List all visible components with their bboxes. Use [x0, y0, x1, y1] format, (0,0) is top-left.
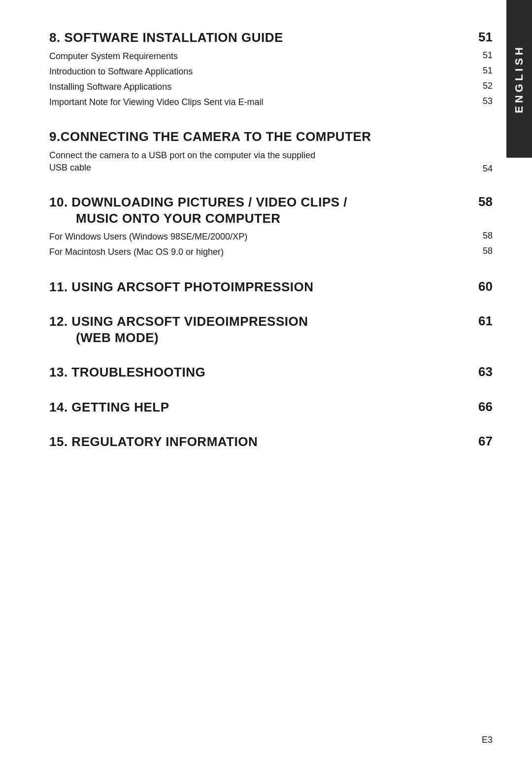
toc-heading-text-12: 12. USING ARCSOFT VIDEOIMPRESSION (WEB M…	[49, 313, 308, 345]
english-tab: ENGLISH	[506, 0, 532, 158]
toc-section-11: 11. USING ARCSOFT PHOTOIMPRESSION 60	[49, 279, 493, 295]
toc-heading-15: 15. REGULATORY INFORMATION 67	[49, 434, 493, 450]
toc-heading-page-15: 67	[468, 434, 493, 449]
toc-sub-item-page: 51	[468, 66, 493, 76]
toc-heading-text-15: 15. REGULATORY INFORMATION	[49, 434, 258, 450]
toc-section-10: 10. DOWNLOADING PICTURES / VIDEO CLIPS /…	[49, 194, 493, 260]
toc-sub-item-page: 58	[468, 231, 493, 241]
toc-section-14: 14. GETTING HELP 66	[49, 399, 493, 415]
toc-heading-14: 14. GETTING HELP 66	[49, 399, 493, 415]
toc-sub-item: Computer System Requirements 51	[49, 49, 493, 64]
toc-sub-item-text: Connect the camera to a USB port on the …	[49, 149, 315, 174]
toc-heading-page-13: 63	[468, 364, 493, 380]
toc-sub-item-text: For Windows Users (Windows 98SE/ME/2000/…	[49, 231, 247, 243]
toc-heading-text-13: 13. TROUBLESHOOTING	[49, 364, 205, 380]
toc-sub-item: For Windows Users (Windows 98SE/ME/2000/…	[49, 229, 493, 244]
toc-sub-item: Introduction to Software Applications 51	[49, 64, 493, 79]
toc-heading-text-11: 11. USING ARCSOFT PHOTOIMPRESSION	[49, 279, 314, 295]
toc-sub-item-page: 52	[468, 81, 493, 91]
toc-section-9: 9.CONNECTING THE CAMERA TO THE COMPUTER …	[49, 129, 493, 175]
toc-section-12: 12. USING ARCSOFT VIDEOIMPRESSION (WEB M…	[49, 313, 493, 345]
toc-sub-item-text: Computer System Requirements	[49, 50, 178, 63]
page-bottom-label: E3	[482, 735, 493, 745]
toc-heading-text-14: 14. GETTING HELP	[49, 399, 169, 415]
toc-heading-13: 13. TROUBLESHOOTING 63	[49, 364, 493, 380]
toc-sub-item-page: 51	[468, 50, 493, 61]
toc-section-8: 8. SOFTWARE INSTALLATION GUIDE 51 Comput…	[49, 30, 493, 110]
toc-sub-item: Important Note for Viewing Video Clips S…	[49, 95, 493, 110]
toc-sub-item-text: Important Note for Viewing Video Clips S…	[49, 96, 264, 108]
toc-heading-9: 9.CONNECTING THE CAMERA TO THE COMPUTER	[49, 129, 493, 145]
toc-heading-text-8: 8. SOFTWARE INSTALLATION GUIDE	[49, 30, 283, 46]
toc-sub-item: For Macintosh Users (Mac OS 9.0 or highe…	[49, 244, 493, 260]
toc-sub-item-text: For Macintosh Users (Mac OS 9.0 or highe…	[49, 246, 224, 258]
page-container: ENGLISH 8. SOFTWARE INSTALLATION GUIDE 5…	[0, 0, 532, 760]
toc-sub-items-8: Computer System Requirements 51 Introduc…	[49, 49, 493, 110]
toc-sub-items-9: Connect the camera to a USB port on the …	[49, 148, 493, 175]
toc-heading-page-8: 51	[468, 30, 493, 45]
toc-heading-text-9: 9.CONNECTING THE CAMERA TO THE COMPUTER	[49, 129, 371, 145]
toc-heading-12: 12. USING ARCSOFT VIDEOIMPRESSION (WEB M…	[49, 313, 493, 345]
toc-heading-text-10: 10. DOWNLOADING PICTURES / VIDEO CLIPS /…	[49, 194, 347, 226]
toc-sub-item: Connect the camera to a USB port on the …	[49, 148, 493, 175]
toc-heading-11: 11. USING ARCSOFT PHOTOIMPRESSION 60	[49, 279, 493, 295]
toc-heading-8: 8. SOFTWARE INSTALLATION GUIDE 51	[49, 30, 493, 46]
toc-sub-item-text: Installing Software Applications	[49, 81, 171, 93]
toc-sub-item-text: Introduction to Software Applications	[49, 66, 193, 78]
toc-heading-page-12: 61	[468, 313, 493, 329]
toc-section-15: 15. REGULATORY INFORMATION 67	[49, 434, 493, 450]
toc-heading-page-14: 66	[468, 399, 493, 415]
english-tab-text: ENGLISH	[513, 44, 526, 113]
toc-sub-item: Installing Software Applications 52	[49, 79, 493, 95]
toc-heading-10: 10. DOWNLOADING PICTURES / VIDEO CLIPS /…	[49, 194, 493, 226]
toc-heading-page-11: 60	[468, 279, 493, 294]
toc-heading-page-10: 58	[468, 194, 493, 209]
toc-sub-item-page: 54	[468, 164, 493, 174]
toc-sub-item-page: 53	[468, 96, 493, 106]
toc-sub-items-10: For Windows Users (Windows 98SE/ME/2000/…	[49, 229, 493, 260]
toc-section-13: 13. TROUBLESHOOTING 63	[49, 364, 493, 380]
toc-sub-item-page: 58	[468, 246, 493, 256]
